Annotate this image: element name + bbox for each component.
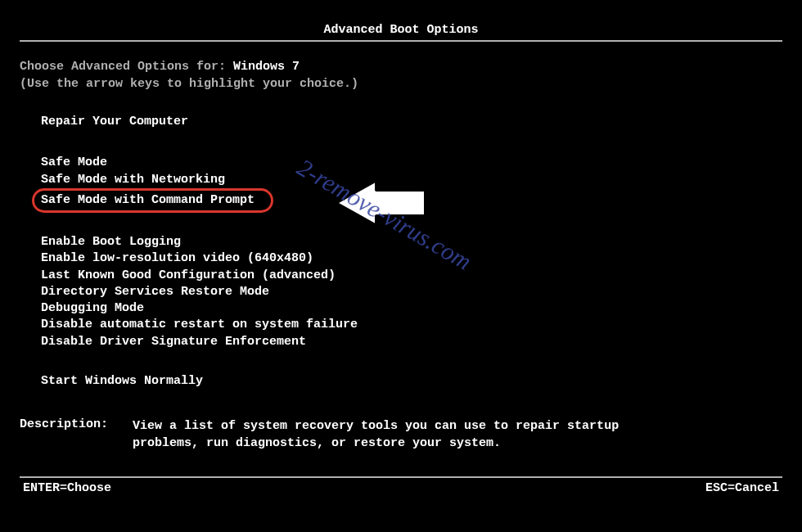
- description-row: Description: View a list of system recov…: [20, 417, 782, 452]
- option-group-normal: Start Windows Normally: [41, 373, 782, 390]
- choose-line: Choose Advanced Options for: Windows 7: [20, 60, 782, 74]
- footer-esc-hint: ESC=Cancel: [705, 481, 779, 495]
- option-low-res-video[interactable]: Enable low-resolution video (640x480): [41, 250, 782, 267]
- option-repair-your-computer[interactable]: Repair Your Computer: [41, 114, 782, 130]
- os-name: Windows 7: [233, 60, 300, 74]
- description-text: View a list of system recovery tools you…: [133, 417, 640, 452]
- option-enable-boot-logging[interactable]: Enable Boot Logging: [41, 234, 782, 250]
- footer-bar: ENTER=Choose ESC=Cancel: [20, 478, 782, 495]
- option-last-known-good[interactable]: Last Known Good Configuration (advanced): [41, 268, 782, 284]
- option-disable-auto-restart[interactable]: Disable automatic restart on system fail…: [41, 317, 782, 333]
- choose-prefix: Choose Advanced Options for:: [20, 60, 233, 74]
- option-safe-mode[interactable]: Safe Mode: [41, 155, 782, 171]
- page-title: Advanced Boot Options: [20, 23, 782, 37]
- description-label: Description:: [20, 417, 108, 452]
- option-group-advanced: Enable Boot Logging Enable low-resolutio…: [41, 234, 782, 350]
- option-group-repair: Repair Your Computer: [41, 114, 782, 130]
- arrow-keys-hint: (Use the arrow keys to highlight your ch…: [20, 77, 782, 91]
- option-disable-driver-sig[interactable]: Disable Driver Signature Enforcement: [41, 334, 782, 350]
- divider-top: [20, 40, 782, 42]
- highlighted-option: Safe Mode with Command Prompt: [32, 188, 273, 213]
- option-safe-mode-networking[interactable]: Safe Mode with Networking: [41, 172, 782, 188]
- option-start-normally[interactable]: Start Windows Normally: [41, 373, 782, 390]
- option-debugging-mode[interactable]: Debugging Mode: [41, 300, 782, 317]
- footer-enter-hint: ENTER=Choose: [23, 481, 111, 495]
- option-group-safemode: Safe Mode Safe Mode with Networking Safe…: [41, 155, 782, 213]
- option-ds-restore-mode[interactable]: Directory Services Restore Mode: [41, 284, 782, 300]
- boot-options-screen: Advanced Boot Options Choose Advanced Op…: [0, 0, 802, 532]
- option-safe-mode-command-prompt[interactable]: Safe Mode with Command Prompt: [41, 188, 782, 213]
